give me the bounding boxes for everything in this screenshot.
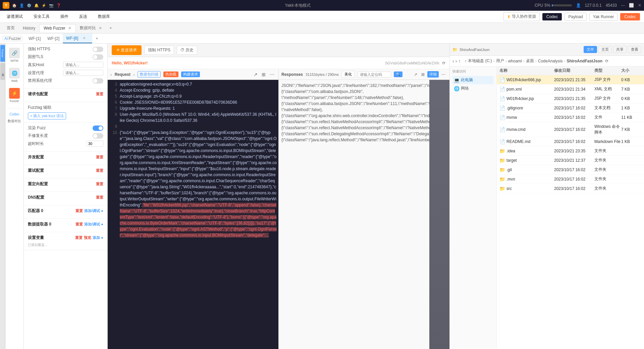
- send-request-btn[interactable]: ✈ 发送请求: [112, 45, 142, 55]
- share-icon[interactable]: ↗: [252, 71, 259, 78]
- menu-item-reverse[interactable]: 反连: [76, 12, 90, 21]
- matcher-reset-btn[interactable]: 重置: [75, 208, 83, 213]
- fm-file-row[interactable]: 📄 .gitignore 2023/10/17 16:02 文本文档 1 KB: [497, 103, 644, 113]
- fm-forward-btn[interactable]: ›: [455, 58, 457, 64]
- bc-codeanalysis[interactable]: CodeAnalysis: [538, 59, 562, 63]
- fm-file-row[interactable]: 📄 W01fh4cker.jsp 2023/10/21 21:35 JSP 文件…: [497, 94, 644, 103]
- disable-sys-proxy-toggle[interactable]: [93, 78, 103, 84]
- bc-this-pc[interactable]: 本地磁盘 (C:): [468, 58, 492, 64]
- refresh-icon[interactable]: ⟳: [442, 61, 445, 65]
- sub-tab-wf6-close[interactable]: ✕: [79, 35, 89, 41]
- tree-network[interactable]: 🌐 网络: [452, 84, 494, 93]
- fm-share-btn[interactable]: 共享: [613, 46, 627, 53]
- force-https-toggle[interactable]: [93, 47, 103, 52]
- set-var-add-btn[interactable]: 添加 ●: [93, 235, 103, 240]
- request-nav-left[interactable]: ‹: [110, 72, 112, 77]
- expand-icon[interactable]: ⊞: [260, 71, 267, 78]
- fuzztag-btn[interactable]: + 插入 yak.fuzz 语法: [28, 112, 66, 119]
- fm-home-btn[interactable]: 主页: [598, 46, 612, 53]
- fm-refresh-btn[interactable]: ⟳: [605, 59, 608, 63]
- detail-btn[interactable]: 详细: [427, 71, 439, 78]
- response-more-icon[interactable]: ⋯: [440, 71, 447, 78]
- retry-reset[interactable]: 重置: [96, 168, 103, 173]
- menu-item-database[interactable]: 数据库: [95, 12, 113, 21]
- fm-file-row[interactable]: 📄 pom.xml 2023/10/21 21:34 XML 文档 7 KB: [497, 85, 644, 94]
- tab-home[interactable]: 首页: [3, 24, 19, 32]
- tool-mitm[interactable]: 🔗 MITM: [8, 46, 21, 64]
- yakrunner-btn[interactable]: Yak Runner: [589, 13, 618, 21]
- menu-item-fuzz[interactable]: 渗透测试: [4, 12, 25, 21]
- response-search-input[interactable]: [358, 71, 391, 78]
- tab-datacompare[interactable]: 数据对比 ✕: [76, 24, 106, 32]
- timeout-input[interactable]: [87, 141, 103, 147]
- hot-load-btn[interactable]: 热加载: [163, 71, 178, 77]
- sub-tab-wf2[interactable]: WF-[2]: [44, 35, 63, 42]
- dns-reset[interactable]: 重置: [96, 195, 103, 200]
- payload-btn[interactable]: Payload: [565, 13, 586, 21]
- tree-this-pc[interactable]: 💻 此电脑: [452, 76, 494, 84]
- bc-user[interactable]: 用户: [496, 58, 504, 64]
- request-config-title[interactable]: 请求包配置 重置: [28, 91, 103, 97]
- tool-web[interactable]: 🌐 Web: [8, 66, 21, 84]
- fm-file-row[interactable]: 📄 README.md 2023/10/17 16:02 Markdown Fi…: [497, 137, 644, 146]
- expand-response-icon[interactable]: ⊞: [420, 71, 426, 78]
- data-scan-btn[interactable]: 数据包扫描: [138, 71, 161, 78]
- fm-back-btn[interactable]: ‹: [452, 58, 454, 64]
- dye-fuzz-toggle[interactable]: [93, 126, 103, 131]
- tab-webfuzzer[interactable]: Web Fuzzer ✕: [39, 24, 75, 32]
- menu-item-tools[interactable]: 安全工具: [31, 12, 52, 21]
- fm-file-row[interactable]: 📁 src 2023/10/17 16:02 文件夹: [497, 184, 644, 193]
- fm-file-row[interactable]: 📁 target 2023/10/21 12:37 文件夹: [497, 156, 644, 165]
- request-code-area[interactable]: 3 application/signed-exchange;v=b3;q=0.7…: [108, 80, 278, 349]
- sub-tab-wf6[interactable]: WF-[6] ✕: [63, 34, 92, 43]
- fm-file-row[interactable]: 📄 mvnw.cmd 2023/10/17 16:02 Windows 命令脚本…: [497, 122, 644, 137]
- codec-label[interactable]: Codec: [10, 112, 19, 116]
- sub-tab-wf1[interactable]: WF-[1]: [25, 35, 44, 42]
- bc-desktop[interactable]: 桌面: [526, 58, 534, 64]
- data-compare-label[interactable]: 数据对比: [8, 119, 21, 123]
- set-var-reset-btn[interactable]: 重置: [75, 235, 83, 240]
- response-json-content[interactable]: JSON\",\"fileName\":\"JSON.java\",\"line…: [279, 80, 429, 349]
- left-icon-tools[interactable]: 工具: [0, 63, 5, 80]
- redirect-title[interactable]: 重定向配置 重置: [28, 181, 103, 187]
- tool-fuzzer[interactable]: ⚡ Fuzzer: [8, 87, 21, 104]
- build-request-btn[interactable]: 构建请求: [181, 71, 200, 77]
- concurrent-title[interactable]: 并发配置 重置: [28, 154, 103, 160]
- fm-file-row[interactable]: 📁 .idea 2023/10/21 23:35 文件夹: [497, 146, 644, 156]
- search-submit-btn[interactable]: 🔍: [394, 71, 402, 77]
- more-icon[interactable]: ⋯: [268, 71, 276, 78]
- toolbar-force-https-btn[interactable]: 强制 HTTPS: [144, 46, 174, 55]
- request-config-reset[interactable]: 重置: [96, 92, 103, 97]
- codec-orange-btn[interactable]: Codec: [620, 13, 640, 20]
- set-var-preview-btn[interactable]: 预览: [84, 235, 91, 240]
- bc-whoami[interactable]: whoami: [508, 59, 522, 63]
- fm-file-row[interactable]: 📄 W01fh4cker666.jsp 2023/10/21 21:35 JSP…: [497, 75, 644, 85]
- import-btn[interactable]: ⬆ 导入协作资源: [503, 12, 540, 21]
- fm-file-row[interactable]: 📄 mvnw 2023/10/17 16:02 文件 11 KB: [497, 113, 644, 122]
- fm-file-btn[interactable]: 文件: [584, 46, 597, 53]
- beautify-btn[interactable]: 美化: [341, 71, 355, 78]
- extractor-reset-btn[interactable]: 重置: [75, 222, 83, 227]
- extractor-add-btn[interactable]: 添加/调试 ●: [84, 222, 103, 227]
- share-response-icon[interactable]: ↗: [413, 71, 419, 78]
- add-tab-btn[interactable]: ＋: [106, 24, 115, 32]
- redirect-reset[interactable]: 重置: [96, 182, 103, 187]
- tab-datacompare-close[interactable]: ✕: [99, 26, 102, 31]
- tab-webfuzzer-close[interactable]: ✕: [68, 26, 71, 31]
- codec-top-btn[interactable]: Codec: [542, 13, 562, 20]
- left-icon-fuzzer[interactable]: Fuzzer: [0, 45, 5, 62]
- request-nav-right[interactable]: ›: [133, 72, 135, 77]
- fm-breadcrumb-item-0[interactable]: ↑: [465, 59, 467, 63]
- bc-shiro[interactable]: ShiroAndFastJson: [567, 59, 602, 63]
- tab-history[interactable]: History: [19, 24, 39, 32]
- no-retry-toggle[interactable]: [93, 133, 103, 139]
- real-host-input[interactable]: [63, 62, 103, 68]
- set-proxy-input[interactable]: [63, 70, 103, 76]
- dns-title[interactable]: DNS配置 重置: [28, 195, 103, 200]
- add-sub-tab-btn[interactable]: ＋: [92, 34, 102, 43]
- matcher-add-btn[interactable]: 添加/调试 ●: [84, 208, 103, 213]
- fm-view-btn[interactable]: 查看: [628, 46, 641, 53]
- concurrent-reset[interactable]: 重置: [96, 155, 103, 160]
- menu-item-plugins[interactable]: 插件: [58, 12, 71, 21]
- fm-up-btn[interactable]: ↑: [458, 58, 461, 64]
